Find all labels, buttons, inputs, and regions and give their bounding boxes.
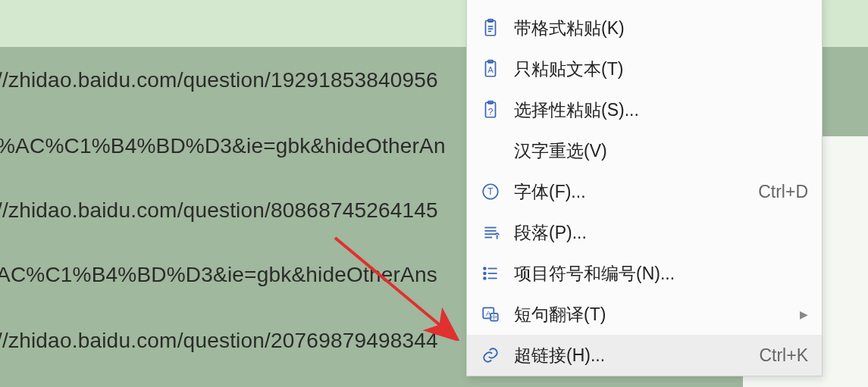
menu-item-shortcut: Ctrl+D bbox=[749, 182, 808, 202]
svg-text:T: T bbox=[487, 186, 493, 197]
paste-icon bbox=[481, 0, 500, 8]
submenu-arrow-icon: ▶ bbox=[791, 308, 808, 320]
menu-item-paste-text[interactable]: A 只粘贴文本(T) bbox=[467, 48, 822, 89]
svg-point-19 bbox=[484, 273, 486, 275]
menu-item-paragraph[interactable]: 段落(P)... bbox=[467, 212, 822, 253]
menu-item-label: 字体(F)... bbox=[514, 180, 749, 204]
text-line: //zhidao.baidu.com/question/808687452641… bbox=[0, 198, 438, 223]
text-line: //zhidao.baidu.com/question/192918538409… bbox=[0, 68, 438, 92]
menu-item-paste-formatted[interactable]: 带格式粘贴(K) bbox=[467, 8, 822, 48]
menu-item-label: 汉字重选(V) bbox=[514, 139, 808, 163]
svg-point-18 bbox=[484, 267, 486, 270]
svg-text:A: A bbox=[487, 65, 494, 74]
bullets-icon bbox=[481, 264, 500, 283]
hyperlink-icon bbox=[481, 345, 500, 365]
svg-rect-1 bbox=[486, 20, 496, 36]
svg-point-20 bbox=[484, 277, 486, 279]
menu-item-label: 带格式粘贴(K) bbox=[514, 17, 808, 40]
paragraph-icon bbox=[481, 223, 500, 242]
menu-item-label: 段落(P)... bbox=[514, 221, 808, 245]
context-menu: 带格式粘贴(K) A 只粘贴文本(T) ? 选择性粘贴(S)... 汉字重选(V… bbox=[466, 0, 823, 376]
menu-item-shortcut: Ctrl+K bbox=[750, 345, 808, 366]
svg-text:?: ? bbox=[488, 107, 494, 117]
paste-text-icon: A bbox=[481, 59, 500, 79]
font-icon: T bbox=[481, 182, 500, 201]
menu-item-paste-special[interactable]: ? 选择性粘贴(S)... bbox=[467, 89, 822, 130]
svg-text:中: 中 bbox=[491, 314, 497, 321]
menu-item-label: 超链接(H)... bbox=[514, 344, 750, 367]
menu-item-label: 短句翻译(T) bbox=[514, 303, 791, 326]
menu-item-bullets-numbering[interactable]: 项目符号和编号(N)... bbox=[467, 253, 822, 294]
menu-item-label: 项目符号和编号(N)... bbox=[514, 262, 808, 286]
menu-item-hyperlink[interactable]: 超链接(H)... Ctrl+K bbox=[467, 335, 822, 376]
paste-special-icon: ? bbox=[481, 100, 500, 120]
menu-item-label: 只粘贴文本(T) bbox=[514, 58, 808, 81]
text-line: AC%C1%B4%BD%D3&ie=gbk&hideOtherAns bbox=[0, 263, 437, 287]
menu-item-paste[interactable] bbox=[467, 0, 822, 8]
blank-icon bbox=[481, 141, 500, 161]
menu-item-label: 选择性粘贴(S)... bbox=[514, 98, 808, 122]
text-line: %AC%C1%B4%BD%D3&ie=gbk&hideOtherAn bbox=[0, 134, 446, 158]
paste-formatted-icon bbox=[481, 18, 500, 38]
menu-item-font[interactable]: T 字体(F)... Ctrl+D bbox=[467, 171, 822, 212]
menu-item-translate[interactable]: A 中 短句翻译(T) ▶ bbox=[467, 294, 822, 335]
text-line: //zhidao.baidu.com/question/207698794983… bbox=[0, 329, 438, 353]
menu-item-hanzi-reselect[interactable]: 汉字重选(V) bbox=[467, 130, 822, 171]
translate-icon: A 中 bbox=[481, 304, 500, 324]
